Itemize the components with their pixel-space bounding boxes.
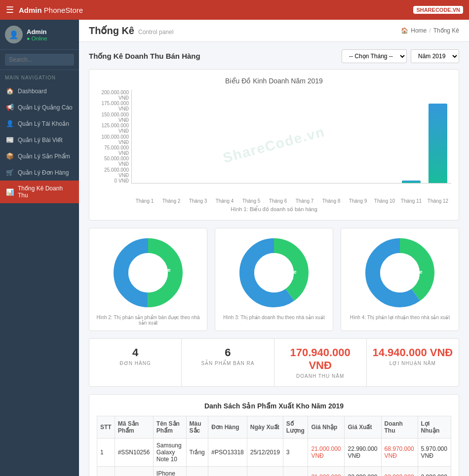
col-ma: Mã Sản Phẩm (115, 416, 153, 439)
col-stt: STT (97, 416, 115, 439)
bar-11 (402, 181, 421, 183)
bar-col-3 (185, 90, 212, 183)
bar-col-2 (158, 90, 185, 183)
page-header: Thống Kê Control panel 🏠 Home / Thống Kê (79, 20, 469, 42)
main-content: Thống Kê Control panel 🏠 Home / Thống Kê… (79, 20, 469, 476)
xaxis-label-6: Tháng 6 (265, 198, 291, 204)
sidebar-item-dashboard[interactable]: 🏠 Dashboard (0, 83, 79, 99)
xaxis-label-9: Tháng 9 (345, 198, 371, 204)
year-filter[interactable]: Năm 2019 (411, 49, 459, 63)
col-giaxuat: Giá Xuất (345, 416, 381, 439)
bar-chart-caption: Hình 1: Biểu đồ doanh số bán hàng (97, 206, 451, 213)
sidebar-item-donhang[interactable]: 🛒 Quản Lý Đơn Hàng (0, 164, 79, 181)
col-don: Đơn Hàng (208, 416, 247, 439)
svg-text:Samsung: Samsung (385, 267, 410, 273)
content-area: Thống Kê Doanh Thu Bán Hàng -- Chọn Thán… (79, 42, 469, 476)
sidebar-item-baiviet[interactable]: 📰 Quản Lý Bài Viết (0, 132, 79, 148)
section-header: Thống Kê Doanh Thu Bán Hàng -- Chọn Thán… (89, 49, 459, 63)
stat-profit-label: LỢI NHUẬN NĂM (372, 361, 454, 366)
svg-text:50%: 50% (156, 273, 167, 279)
sidebar-item-sanpham[interactable]: 📦 Quản Lý Sản Phẩm (0, 148, 79, 164)
stat-revenue-label: DOANH THU NĂM (279, 373, 361, 379)
donut2-svg: Samsung 40% Apple 60% (234, 233, 313, 312)
bar-col-4 (212, 90, 238, 183)
donut-row: Samsung 50% Apple 50% Hình 2: Thị phần s… (89, 228, 459, 331)
xaxis-label-12: Tháng 12 (425, 198, 451, 204)
xaxis-label-11: Tháng 11 (398, 198, 425, 204)
bar-col-7 (292, 90, 318, 183)
svg-text:Samsung: Samsung (259, 267, 284, 273)
xaxis-label-10: Tháng 10 (371, 198, 398, 204)
sidebar-username: Admin (27, 28, 47, 36)
col-doanhthu: Doanh Thu (381, 416, 418, 439)
dashboard-icon: 🏠 (6, 87, 14, 95)
page-title: Thống Kê (89, 25, 134, 37)
thongke-icon: 📊 (6, 188, 14, 196)
sidebar-status: Online (27, 36, 47, 41)
bar-col-8 (318, 90, 345, 183)
xaxis-label-7: Tháng 7 (291, 198, 318, 204)
svg-text:50%: 50% (139, 273, 150, 279)
search-input[interactable] (5, 54, 74, 66)
donut3-svg: Samsung 40% Apple 60% (360, 233, 439, 312)
sidebar: 👤 Admin Online MAIN NAVIGATION 🏠 Dashboa… (0, 20, 79, 476)
page-subtitle: Control panel (138, 29, 173, 36)
bar-chart-area: 200.000.000 VNĐ 175.000.000 VNĐ 150.000.… (97, 90, 451, 198)
bar-chart-bars (131, 90, 451, 183)
xaxis-label-4: Tháng 4 (211, 198, 238, 204)
breadcrumb-home-icon: 🏠 (401, 27, 408, 34)
bar-col-10 (371, 90, 398, 183)
nav-title: MAIN NAVIGATION (0, 70, 79, 83)
col-ten: Tên Sản Phẩm (153, 416, 186, 439)
xaxis-label-3: Tháng 3 (185, 198, 211, 204)
sidebar-item-quangcao[interactable]: 📢 Quản Lý Quảng Cáo (0, 99, 79, 115)
bar-col-5 (238, 90, 265, 183)
hamburger-icon[interactable]: ☰ (6, 4, 14, 15)
breadcrumb-home[interactable]: Home (411, 27, 427, 34)
bar-col-1 (132, 90, 158, 183)
table-row: 1#SSN10256Samsung Galaxy Note 10Trắng#PS… (97, 439, 451, 467)
avatar: 👤 (5, 26, 23, 43)
stats-row: 4 ĐƠN HÀNG 6 SẢN PHẨM BÁN RA 170.940.000… (89, 338, 459, 387)
xaxis-label-1: Tháng 1 (131, 198, 158, 204)
baiviet-icon: 📰 (6, 136, 14, 144)
stat-products-value: 6 (187, 346, 269, 359)
svg-text:Apple: Apple (281, 269, 297, 275)
stat-profit: 14.940.000 VNĐ LỢI NHUẬN NĂM (367, 339, 459, 386)
stat-revenue-value: 170.940.000 VNĐ (279, 346, 361, 372)
bar-chart-title: Biểu Đồ Kinh Doanh Năm 2019 (97, 77, 451, 85)
donut3-caption: Hình 4: Thị phần lợi nhuận theo nhà sản … (350, 315, 450, 320)
svg-text:Apple: Apple (407, 269, 423, 275)
bar-col-9 (345, 90, 371, 183)
col-loinhuan: Lợi Nhuận (418, 416, 451, 439)
table-row: 2#IP11PM64IPhone 11 Pro MaxVàng#PSO57787… (97, 467, 451, 476)
xaxis-label-5: Tháng 5 (238, 198, 265, 204)
sidebar-item-taikhoan[interactable]: 👤 Quản Lý Tài Khoản (0, 115, 79, 132)
quangcao-icon: 📢 (6, 104, 14, 111)
sanpham-icon: 📦 (6, 152, 14, 160)
col-sl: Số Lượng (283, 416, 308, 439)
col-mau: Màu Sắc (186, 416, 208, 439)
breadcrumb-sep: / (429, 27, 430, 34)
donut2-caption: Hình 3: Thị phần doanh thu theo nhà sản … (223, 315, 324, 320)
table-title: Danh Sách Sản Phẩm Xuất Kho Năm 2019 (97, 402, 451, 410)
sidebar-user: 👤 Admin Online (0, 20, 79, 50)
stat-orders-label: ĐƠN HÀNG (94, 361, 176, 366)
month-filter[interactable]: -- Chọn Tháng -- (342, 49, 407, 63)
bar-col-11 (398, 90, 425, 183)
xaxis-label-8: Tháng 8 (318, 198, 345, 204)
stat-profit-value: 14.940.000 VNĐ (372, 346, 454, 359)
svg-text:40%: 40% (389, 273, 399, 279)
bar-chart-yaxis: 200.000.000 VNĐ 175.000.000 VNĐ 150.000.… (97, 90, 131, 183)
xaxis-label-2: Tháng 2 (158, 198, 185, 204)
sidebar-item-thongke[interactable]: 📊 Thống Kê Doanh Thu (0, 181, 79, 203)
donut3-container: Samsung 40% Apple 60% Hình 4: Thị phần l… (341, 228, 459, 331)
stat-products-label: SẢN PHẨM BÁN RA (187, 361, 269, 366)
stat-revenue: 170.940.000 VNĐ DOANH THU NĂM (274, 339, 367, 386)
svg-text:60%: 60% (282, 275, 293, 281)
products-table: STT Mã Sản Phẩm Tên Sản Phẩm Màu Sắc Đơn… (97, 416, 451, 476)
section-title: Thống Kê Doanh Thu Bán Hàng (89, 52, 200, 61)
bar-col-12 (425, 90, 451, 183)
svg-text:40%: 40% (263, 273, 274, 279)
stat-orders-value: 4 (94, 346, 176, 359)
